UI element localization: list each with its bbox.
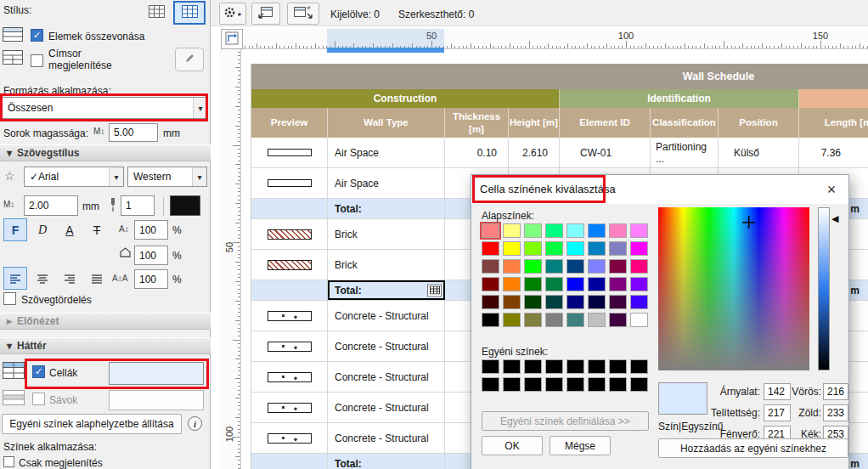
schedule-cell[interactable]: 7.36 [799, 138, 868, 167]
color-swatch[interactable] [524, 277, 542, 291]
color-swatch[interactable] [588, 259, 606, 274]
schedule-cell[interactable] [251, 280, 328, 300]
text-wrap-checkbox[interactable] [3, 292, 16, 305]
green-input[interactable] [823, 404, 848, 421]
font-size-input[interactable] [24, 195, 78, 216]
color-crosshair-icon[interactable] [742, 216, 755, 229]
color-swatch[interactable] [545, 277, 563, 291]
schedule-cell[interactable] [251, 301, 328, 331]
color-swatch[interactable] [609, 295, 627, 309]
color-swatch[interactable] [630, 295, 648, 309]
pick-up-parameters-button[interactable] [251, 3, 280, 25]
settings-dropdown-button[interactable]: ▸ [219, 3, 246, 25]
color-swatch[interactable] [630, 313, 648, 327]
schedule-cell[interactable] [251, 393, 328, 422]
color-swatch[interactable] [524, 377, 542, 392]
info-icon[interactable]: i [188, 416, 202, 431]
pen-color-swatch[interactable] [170, 195, 200, 216]
schedule-cell[interactable]: 0.10 [445, 138, 509, 167]
column-header-wall-type[interactable]: Wall Type [328, 108, 445, 138]
color-swatch[interactable] [545, 223, 563, 238]
spacing-factor-input[interactable] [134, 246, 168, 265]
schedule-cell[interactable]: Concrete - Structural [328, 362, 445, 392]
schedule-cell[interactable] [251, 362, 328, 392]
color-swatch[interactable] [482, 259, 499, 274]
font-family-select[interactable]: ✓ Arial ▾ [24, 167, 124, 187]
inject-parameters-button[interactable] [287, 3, 319, 25]
color-swatch[interactable] [566, 313, 584, 327]
schedule-cell[interactable]: CW-01 [560, 138, 651, 167]
color-swatch[interactable] [524, 259, 542, 274]
column-header-preview[interactable]: Preview [251, 108, 328, 138]
color-swatch[interactable] [503, 359, 521, 374]
strikethrough-button[interactable]: T [85, 218, 109, 241]
color-swatch[interactable] [588, 223, 606, 238]
color-swatch[interactable] [524, 359, 542, 374]
color-swatch[interactable] [524, 295, 542, 309]
schedule-cell[interactable]: Concrete - Structural [328, 393, 445, 422]
color-swatch[interactable] [545, 295, 563, 309]
color-swatch[interactable] [566, 295, 584, 309]
cancel-button[interactable]: Mégse [550, 436, 611, 455]
color-swatch[interactable] [545, 377, 563, 392]
schedule-cell[interactable] [251, 199, 328, 218]
color-swatch[interactable] [524, 223, 542, 238]
color-swatch[interactable] [630, 223, 648, 238]
bold-button[interactable]: F [3, 218, 27, 241]
color-swatch[interactable] [609, 359, 627, 374]
schedule-cell[interactable] [251, 454, 328, 469]
width-factor-input[interactable] [134, 220, 168, 240]
color-swatch[interactable] [609, 223, 627, 238]
display-only-checkbox[interactable] [3, 456, 14, 467]
color-swatch[interactable] [630, 259, 648, 274]
schedule-cell[interactable] [251, 168, 328, 198]
schedule-cell[interactable]: Brick [328, 250, 445, 280]
edit-headline-button[interactable] [175, 48, 204, 71]
color-swatch[interactable] [503, 295, 521, 309]
color-swatch[interactable] [609, 313, 627, 327]
luminance-arrow-icon[interactable]: ◀ [831, 213, 838, 224]
column-header-element-id[interactable]: Element ID [560, 108, 651, 138]
color-swatch[interactable] [609, 277, 627, 291]
dialog-titlebar[interactable]: Cella színének kiválasztása × [471, 175, 848, 204]
color-swatch[interactable] [482, 377, 499, 392]
saturation-input[interactable] [764, 404, 791, 421]
schedule-cell[interactable]: Air Space [328, 168, 445, 198]
color-swatch[interactable] [566, 277, 584, 291]
text-style-section-header[interactable]: ▾ Szövegstílus [0, 144, 211, 161]
background-section-header[interactable]: ▾ Háttér [0, 337, 211, 354]
table-view-button[interactable] [143, 2, 170, 24]
color-swatch[interactable] [545, 259, 563, 274]
color-swatch[interactable] [566, 377, 584, 392]
ruler-origin-button[interactable] [221, 29, 243, 49]
close-icon[interactable]: × [820, 178, 843, 201]
schedule-cell[interactable] [251, 423, 328, 453]
edit-table-view-button[interactable] [173, 1, 206, 25]
color-swatch[interactable] [503, 223, 521, 238]
schedule-title-row[interactable]: Wall Schedule [251, 64, 868, 89]
column-header-position[interactable]: Position [719, 108, 799, 138]
schedule-cell[interactable]: Brick [328, 219, 445, 249]
pen-number-input[interactable] [121, 195, 155, 216]
color-swatch[interactable] [566, 359, 584, 374]
cell-format-grid-icon[interactable] [427, 284, 442, 297]
color-swatch[interactable] [630, 359, 648, 374]
cells-color-swatch[interactable] [109, 362, 204, 385]
color-swatch[interactable] [588, 377, 606, 392]
color-swatch[interactable] [566, 259, 584, 274]
column-header-height-m-[interactable]: Height [m] [509, 108, 560, 138]
schedule-cell[interactable] [251, 138, 328, 167]
hue-input[interactable] [764, 383, 791, 400]
color-swatch[interactable] [545, 241, 563, 256]
vertical-ruler[interactable]: 50100 [219, 49, 241, 469]
color-swatch[interactable] [609, 241, 627, 256]
column-header-thickness-m-[interactable]: Thickness [m] [445, 108, 509, 138]
color-swatch[interactable] [503, 259, 521, 274]
color-swatch[interactable] [524, 313, 542, 327]
color-swatch[interactable] [609, 377, 627, 392]
font-script-select[interactable]: Western ▾ [127, 167, 207, 187]
column-header-length-m-[interactable]: Length [m] [799, 108, 868, 138]
favorite-star-icon[interactable]: ☆ [4, 169, 15, 183]
schedule-cell[interactable]: Concrete - Structural [328, 331, 445, 361]
column-selection-bar[interactable] [327, 48, 444, 53]
